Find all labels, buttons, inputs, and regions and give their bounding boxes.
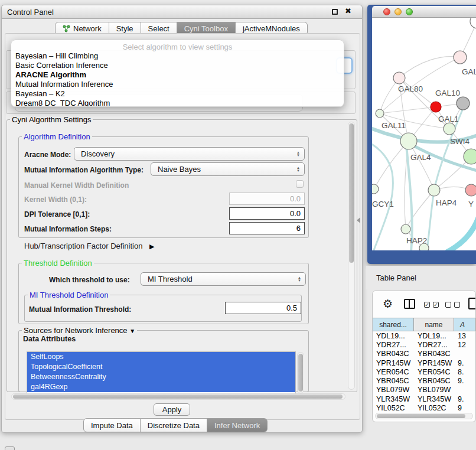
table-cell: YDR27... [414, 341, 454, 349]
table-row[interactable]: YDR27...YDR27...12 [373, 340, 475, 349]
algorithm-dropdown-item[interactable]: Basic Correlation Inference [11, 61, 344, 70]
algorithm-dropdown-item[interactable]: ARACNE Algorithm [11, 70, 344, 80]
table-panel-title: Table Panel [376, 273, 416, 282]
data-attribute-item[interactable]: TopologicalCoefficient [27, 362, 295, 372]
network-node[interactable] [454, 51, 467, 64]
deselect-checkbox-icon[interactable] [454, 302, 460, 308]
sources-group-title[interactable]: Sources for Network Inference ▼ [22, 326, 137, 335]
apply-button[interactable]: Apply [154, 403, 190, 416]
tab-impute-data[interactable]: Impute Data [83, 418, 141, 432]
gear-icon[interactable]: ⚙ [383, 297, 393, 311]
minimize-traffic-light-icon[interactable] [395, 8, 402, 15]
collapsed-triangle-icon: ▶ [149, 243, 154, 250]
table-header-row: shared... name A [373, 318, 475, 331]
float-window-icon[interactable] [332, 9, 338, 15]
table-row[interactable]: YDL19...YDL19...13 [373, 331, 475, 340]
network-canvas[interactable]: GALGAL80GAL10GAL11GAL1SWI4GAL4GCY1HAP4YH… [372, 18, 476, 250]
tab-jactivemnodules-label: jActiveMNodules [243, 24, 300, 33]
table-row[interactable]: YBR043CYBR043C [373, 350, 475, 358]
table-row[interactable]: YPR145WYPR145W9. [373, 358, 475, 367]
dpi-tolerance-field[interactable]: 0.0 [229, 207, 305, 220]
tab-infer-network[interactable]: Infer Network [207, 418, 268, 432]
tab-discretize-data[interactable]: Discretize Data [141, 418, 207, 432]
table-row[interactable]: YBL079WYBL079W [373, 386, 475, 394]
network-node[interactable] [372, 184, 379, 194]
kernel-width-value: 0.0 [290, 194, 301, 203]
algorithm-dropdown-item[interactable]: Bayesian – Hill Climbing [11, 51, 344, 61]
table-row[interactable]: YIL052CYIL052C9 [373, 403, 475, 412]
table-cell: 9. [454, 359, 475, 367]
table-cell: YDL19... [414, 332, 454, 340]
which-threshold-value: MI Threshold [148, 275, 193, 283]
network-window-titlebar[interactable] [372, 6, 476, 18]
select-all-checkbox-icon[interactable]: ✓ [433, 302, 439, 308]
network-node[interactable] [401, 224, 410, 234]
column-header-partial[interactable]: A [454, 318, 475, 331]
hub-definition-expander[interactable]: Hub/Transcription Factor Definition ▶ [24, 242, 154, 250]
close-icon[interactable]: ✖ [345, 6, 351, 15]
network-node[interactable] [464, 149, 476, 164]
network-node[interactable] [393, 72, 405, 84]
network-node[interactable] [444, 123, 455, 135]
column-header-shared-name[interactable]: shared... [373, 318, 414, 331]
network-node[interactable] [428, 184, 440, 196]
table-cell: YPR145W [373, 359, 414, 367]
network-edge[interactable] [380, 107, 436, 113]
mi-threshold-field[interactable]: 0.5 [225, 302, 301, 314]
control-panel-titlebar[interactable]: Control Panel ✖ [2, 5, 362, 19]
network-edge[interactable] [399, 57, 460, 78]
algorithm-dropdown-item[interactable]: Dream8 DC_TDC Algorithm [11, 99, 344, 107]
columns-icon[interactable] [404, 299, 415, 309]
data-attribute-item[interactable]: SelfLoops [27, 352, 295, 362]
algorithm-dropdown-item[interactable]: Mutual Information Inference [11, 80, 344, 89]
column-header-name[interactable]: name [414, 318, 454, 331]
network-node-label: GAL11 [382, 121, 406, 130]
sources-title-label: Sources for Network Inference [24, 326, 128, 335]
mi-steps-field[interactable]: 6 [229, 222, 305, 234]
stepper-icon: ▲▼ [296, 167, 300, 172]
table-row[interactable]: YER054CYER054C8. [373, 367, 475, 376]
network-node[interactable] [465, 184, 476, 196]
network-node-label: SWI4 [450, 137, 470, 146]
network-view-window: GALGAL80GAL10GAL11GAL1SWI4GAL4GCY1HAP4YH… [367, 5, 476, 264]
table-row[interactable]: YLR345WYLR345W9. [373, 394, 475, 403]
settings-horizontal-scrollbar[interactable] [11, 393, 345, 400]
cyni-settings-group-title: Cyni Algorithm Settings [10, 115, 93, 124]
network-node[interactable] [376, 109, 384, 118]
aracne-mode-combobox[interactable]: Discovery ▲▼ [74, 147, 305, 161]
table-mode-icon[interactable] [468, 298, 476, 309]
network-node[interactable] [400, 133, 417, 149]
network-edge[interactable] [374, 141, 409, 189]
network-edge-highlighted[interactable] [372, 143, 393, 250]
algorithm-dropdown-item[interactable]: Bayesian – K2 [11, 89, 344, 99]
select-all-checkbox-icon[interactable]: ✓ [424, 302, 430, 308]
table-cell: YLR345W [373, 395, 414, 403]
deselect-checkbox-icon[interactable] [445, 302, 451, 308]
minimized-panel-icon[interactable] [5, 446, 15, 450]
tab-style-label: Style [116, 24, 133, 33]
mi-threshold-label: Mutual Information Threshold: [29, 305, 131, 314]
zoom-traffic-light-icon[interactable] [406, 8, 413, 15]
settings-vertical-scrollbar[interactable] [348, 122, 355, 390]
network-node[interactable] [457, 97, 470, 110]
network-node-label: GCY1 [372, 200, 394, 208]
mi-algorithm-type-combobox[interactable]: Naive Bayes ▲▼ [151, 162, 305, 176]
manual-kernel-checkbox[interactable] [296, 180, 304, 188]
data-attributes-list[interactable]: SelfLoopsTopologicalCoefficientBetweenne… [27, 351, 296, 394]
network-edge-highlighted[interactable] [448, 216, 476, 250]
data-attribute-item[interactable]: gal4RGexp [27, 382, 295, 392]
panel-divider-arrow[interactable] [357, 217, 360, 223]
data-attributes-label: Data Attributes [23, 335, 76, 343]
table-horizontal-scrollbar[interactable] [375, 413, 473, 419]
network-node-label: GAL80 [398, 84, 423, 93]
desktop: Control Panel ✖ Network [0, 0, 476, 450]
network-node[interactable] [470, 18, 476, 28]
attributes-list-scrollbar[interactable] [297, 352, 304, 393]
which-threshold-combobox[interactable]: MI Threshold ▲▼ [141, 272, 306, 286]
close-traffic-light-icon[interactable] [383, 8, 390, 15]
table-row[interactable]: YBR045CYBR045C9. [373, 376, 475, 385]
data-attribute-item[interactable]: BetweennessCentrality [27, 372, 295, 382]
network-node[interactable] [431, 102, 441, 112]
kernel-width-field[interactable]: 0.0 [229, 193, 305, 205]
tab-network-label: Network [73, 24, 102, 33]
